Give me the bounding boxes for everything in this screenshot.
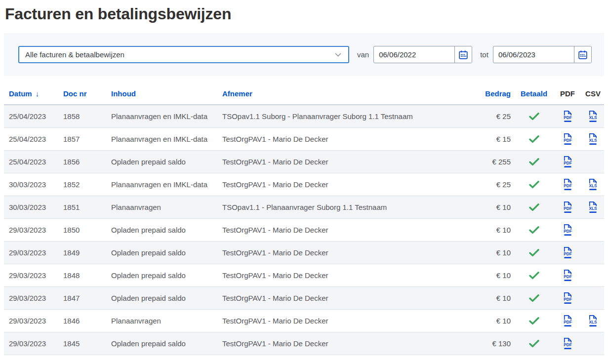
cell-csv: XLS (582, 127, 604, 150)
invoice-row: 30/03/2023 1851 Planaanvragen TSOpav1.1 … (4, 196, 604, 218)
cell-datum: 29/03/2023 (4, 264, 63, 286)
pdf-download-link[interactable]: PDF (562, 224, 573, 236)
cell-datum: 29/03/2023 (4, 218, 63, 241)
svg-text:PDF: PDF (564, 206, 571, 211)
column-header-csv: CSV (582, 76, 604, 105)
cell-pdf: PDF (553, 173, 582, 196)
svg-text:XLS: XLS (589, 138, 597, 143)
cell-pdf: PDF (553, 241, 582, 264)
cell-doc-nr: 1858 (63, 105, 111, 127)
xls-download-link[interactable]: XLS (587, 178, 599, 191)
cell-csv (582, 218, 604, 241)
cell-datum: 29/03/2023 (4, 241, 63, 264)
cell-inhoud: Planaanvragen en IMKL-data (111, 105, 222, 127)
svg-text:PDF: PDF (564, 320, 571, 324)
cell-datum: 30/03/2023 (4, 173, 63, 196)
pdf-download-link[interactable]: PDF (562, 178, 573, 191)
cell-bedrag: € 255 (483, 150, 515, 173)
xls-download-link[interactable]: XLS (587, 201, 599, 213)
pdf-download-link[interactable]: PDF (562, 201, 573, 213)
svg-text:PDF: PDF (564, 252, 571, 256)
xls-download-link[interactable]: XLS (587, 133, 599, 145)
cell-betaald (515, 332, 553, 355)
cell-doc-nr: 1845 (63, 332, 111, 355)
cell-pdf: PDF (553, 286, 582, 309)
cell-inhoud: Opladen prepaid saldo (111, 332, 222, 355)
invoice-type-select[interactable]: Alle facturen & betaalbewijzen (18, 46, 349, 63)
svg-text:XLS: XLS (589, 116, 597, 120)
cell-afnemer: TestOrgPAV1 - Mario De Decker (222, 241, 483, 264)
paid-check-icon (529, 203, 539, 211)
date-to-input[interactable] (493, 46, 574, 63)
cell-bedrag: € 10 (483, 196, 515, 218)
paid-check-icon (529, 249, 539, 257)
invoice-table-body: 25/04/2023 1858 Planaanvragen en IMKL-da… (4, 105, 604, 355)
cell-pdf: PDF (553, 150, 582, 173)
cell-doc-nr: 1856 (63, 150, 111, 173)
svg-text:PDF: PDF (564, 116, 571, 120)
svg-text:PDF: PDF (564, 138, 571, 143)
xls-download-link[interactable]: XLS (587, 110, 599, 122)
pdf-download-link[interactable]: PDF (562, 269, 573, 282)
svg-text:PDF: PDF (564, 343, 571, 347)
paid-check-icon (529, 340, 539, 348)
cell-betaald (515, 173, 553, 196)
column-header-inhoud[interactable]: Inhoud (111, 89, 136, 98)
cell-csv (582, 332, 604, 355)
pdf-download-link[interactable]: PDF (562, 133, 573, 145)
cell-bedrag: € 10 (483, 286, 515, 309)
date-to-group (493, 46, 592, 63)
cell-csv: XLS (582, 105, 604, 127)
paid-check-icon (529, 158, 539, 166)
pdf-download-link[interactable]: PDF (562, 315, 573, 327)
xls-download-link[interactable]: XLS (587, 315, 599, 327)
cell-csv (582, 286, 604, 309)
pdf-download-link[interactable]: PDF (562, 246, 573, 259)
date-from-label: van (357, 50, 369, 59)
cell-pdf: PDF (553, 127, 582, 150)
column-header-afnemer[interactable]: Afnemer (222, 89, 252, 98)
cell-pdf: PDF (553, 196, 582, 218)
cell-pdf: PDF (553, 264, 582, 286)
cell-datum: 25/04/2023 (4, 150, 63, 173)
table-header-row: Datum↓ Doc nr Inhoud Afnemer Bedrag Beta… (4, 76, 604, 105)
cell-betaald (515, 150, 553, 173)
date-from-input[interactable] (374, 46, 454, 63)
page-title: Facturen en betalingsbewijzen (5, 5, 604, 23)
column-header-bedrag[interactable]: Bedrag (485, 89, 511, 98)
pdf-download-link[interactable]: PDF (562, 292, 573, 304)
paid-check-icon (529, 317, 539, 325)
cell-bedrag: € 15 (483, 127, 515, 150)
column-header-betaald[interactable]: Betaald (521, 89, 547, 98)
cell-inhoud: Opladen prepaid saldo (111, 241, 222, 264)
svg-text:PDF: PDF (564, 275, 571, 279)
pdf-download-link[interactable]: PDF (562, 337, 573, 350)
cell-afnemer: TSOpav1.1 Suborg - Planaanvrager Suborg … (222, 105, 483, 127)
cell-afnemer: TestOrgPAV1 - Mario De Decker (222, 264, 483, 286)
cell-betaald (515, 105, 553, 127)
cell-bedrag: € 10 (483, 241, 515, 264)
cell-bedrag: € 10 (483, 218, 515, 241)
svg-text:PDF: PDF (564, 229, 571, 234)
cell-datum: 30/03/2023 (4, 196, 63, 218)
cell-inhoud: Opladen prepaid saldo (111, 218, 222, 241)
cell-betaald (515, 309, 553, 332)
date-from-calendar-button[interactable] (454, 46, 472, 63)
cell-pdf: PDF (553, 105, 582, 127)
cell-afnemer: TestOrgPAV1 - Mario De Decker (222, 173, 483, 196)
pdf-download-link[interactable]: PDF (562, 110, 573, 122)
cell-afnemer: TestOrgPAV1 - Mario De Decker (222, 332, 483, 355)
column-header-pdf: PDF (553, 76, 582, 105)
cell-inhoud: Planaanvragen en IMKL-data (111, 173, 222, 196)
cell-pdf: PDF (553, 332, 582, 355)
column-header-datum[interactable]: Datum↓ (9, 89, 39, 98)
invoice-row: 29/03/2023 1847 Opladen prepaid saldo Te… (4, 286, 604, 309)
cell-doc-nr: 1851 (63, 196, 111, 218)
column-header-docnr[interactable]: Doc nr (63, 89, 87, 98)
invoice-row: 29/03/2023 1845 Opladen prepaid saldo Te… (4, 332, 604, 355)
paid-check-icon (529, 272, 539, 280)
invoice-row: 25/04/2023 1856 Opladen prepaid saldo Te… (4, 150, 604, 173)
pdf-download-link[interactable]: PDF (562, 156, 573, 168)
date-to-calendar-button[interactable] (574, 46, 591, 63)
invoice-row: 29/03/2023 1849 Opladen prepaid saldo Te… (4, 241, 604, 264)
